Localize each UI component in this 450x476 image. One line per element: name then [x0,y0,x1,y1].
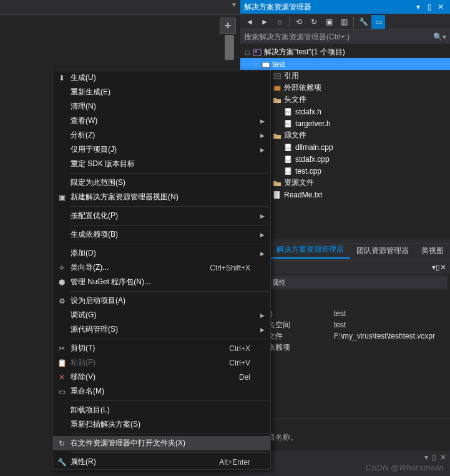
menu-nuget[interactable]: ⬢管理 NuGet 程序包(N)... [53,275,270,289]
menu-scope[interactable]: 限定为此范围(S) [53,176,270,190]
desc-body: 指定项目名称。 [245,432,445,443]
menu-rename[interactable]: ▭重命名(M) [53,384,270,399]
menu-rescan[interactable]: 重新扫描解决方案(S) [53,417,270,432]
sync-icon[interactable]: ⟲ [292,15,306,29]
menu-separator [71,434,269,434]
submenu-arrow-icon: ▶ [258,250,267,257]
properties-titlebar: 属性 ▾ ▯ ✕ [240,260,450,274]
file-node[interactable]: ++ dllmain.cpp [240,141,450,153]
menu-startup[interactable]: ⚙设为启动项目(A) [53,294,270,308]
menu-add[interactable]: 添加(D)▶ [53,246,270,260]
menu-project-only[interactable]: 仅用于项目(J)▶ [53,142,270,157]
solution-tree: ▢ 解决方案"test"(1 个项目) ▿ test ▸ 引用 ▸ 外部依赖项 … [240,44,450,203]
project-node[interactable]: ▿ test [240,58,450,70]
menu-view[interactable]: 查看(W)▶ [53,114,270,128]
solution-node[interactable]: ▢ 解决方案"test"(1 个项目) [240,46,450,58]
forward-icon[interactable]: ► [258,15,271,29]
folder-icon [272,131,282,140]
close-icon[interactable]: ✕ [435,2,446,11]
file-node[interactable]: h targetver.h [240,117,450,129]
editor-tab-well: ▼ [0,0,240,15]
submenu-arrow-icon: ▶ [258,147,267,153]
expander-icon[interactable]: ▿ [253,61,259,67]
menu-profile-opt[interactable]: 按配置优化(P)▶ [53,209,270,223]
external-icon [272,84,282,92]
file-node[interactable]: ++ test.cpp [240,165,450,177]
refresh-icon[interactable]: ↻ [307,15,321,29]
properties-icon[interactable]: 🔧 [356,15,370,29]
home-icon[interactable]: ⌂ [273,15,286,29]
menu-cut[interactable]: ✂剪切(T)Ctrl+X [53,341,270,355]
references-icon [272,72,282,81]
new-view-icon: ▣ [53,193,71,202]
menu-build[interactable]: ⬇生成(U) [53,71,270,85]
headers-node[interactable]: ▿ 头文件 [240,94,450,106]
property-row[interactable]: 项目文件 F:\my_virus\test\test\test.vcxpr [240,330,450,342]
menu-build-deps[interactable]: 生成依赖项(B)▶ [53,227,270,242]
tab-team-explorer[interactable]: 团队资源管理器 [350,243,415,259]
separator [289,17,290,27]
close-icon[interactable]: ✕ [440,263,446,272]
gear-icon: ⚙ [53,297,71,305]
project-context-menu: ⬇生成(U) 重新生成(E) 清理(N) 查看(W)▶ 分析(Z)▶ 仅用于项目… [52,70,271,470]
pin-icon[interactable]: ▯ [432,453,436,462]
menu-open-folder[interactable]: ↻在文件资源管理器中打开文件夹(X) [53,436,270,450]
watermark: CSDN @What'smean [366,463,444,472]
file-node[interactable]: ++ stdafx.cpp [240,153,450,165]
menu-separator [71,339,269,339]
h-file-icon: h [283,119,293,128]
menu-unload[interactable]: 卸载项目(L) [53,403,270,417]
pin-icon[interactable]: ▯ [436,263,440,272]
collapse-icon[interactable]: ▣ [322,15,336,29]
references-node[interactable]: ▸ 引用 [240,70,450,82]
menu-analyze[interactable]: 分析(Z)▶ [53,128,270,142]
file-node[interactable]: h stdafx.h [240,106,450,117]
property-value[interactable]: test [334,320,450,329]
tab-overflow-icon[interactable]: ▼ [231,1,237,8]
show-all-icon[interactable]: ▥ [337,15,351,29]
file-node[interactable]: ReadMe.txt [240,189,450,201]
search-dropdown-icon[interactable]: ▾ [443,32,446,41]
menu-clean[interactable]: 清理(N) [53,99,270,114]
expander-icon[interactable]: ▢ [244,49,250,56]
submenu-arrow-icon: ▶ [258,327,267,333]
resources-node[interactable]: 资源文件 [240,177,450,189]
sources-node[interactable]: ▿ 源文件 [240,129,450,141]
window-dropdown-icon[interactable]: ▾ [424,453,428,462]
window-dropdown-icon[interactable]: ▾ [413,2,424,11]
menu-properties[interactable]: 🔧属性(R)Alt+Enter [53,455,270,469]
solution-explorer-titlebar: 解决方案资源管理器 ▾ ▯ ✕ [240,0,450,14]
close-icon[interactable]: ✕ [440,453,446,462]
properties-toolbar: ▤ A↓ [240,290,450,304]
tab-class-view[interactable]: 类视图 [415,243,450,259]
menu-new-view[interactable]: ▣新建解决方案资源管理器视图(N) [53,190,270,204]
menu-retarget-sdk[interactable]: 重定 SDK 版本目标 [53,157,270,171]
svg-text:++: ++ [286,146,291,150]
property-row[interactable]: 根命名空间 test [240,319,450,330]
property-row[interactable]: 项目依赖项 [240,342,450,353]
submenu-arrow-icon: ▶ [258,232,267,238]
search-icon[interactable]: 🔍 [433,32,443,41]
back-icon[interactable]: ◄ [243,15,257,29]
tab-solution-explorer[interactable]: 解决方案资源管理器 [270,242,350,259]
search-box[interactable]: 搜索解决方案资源管理器(Ctrl+;) 🔍 ▾ [240,30,450,44]
menu-rebuild[interactable]: 重新生成(E) [53,85,270,99]
properties-object-combo[interactable]: test 项目属性 [243,275,448,289]
paste-icon: 📋 [53,359,71,367]
submenu-arrow-icon: ▶ [258,132,267,139]
preview-icon[interactable]: ▭ [371,15,385,29]
property-row[interactable]: (名称) test [240,308,450,319]
references-label: 引用 [284,71,299,81]
menu-class-wizard[interactable]: ✧类向导(Z)...Ctrl+Shift+X [53,260,270,275]
cut-icon: ✂ [53,344,71,353]
property-value[interactable]: F:\my_virus\test\test\test.vcxpr [334,332,450,340]
pin-icon[interactable]: ▯ [424,2,435,11]
split-grip-icon[interactable]: ✛ [220,17,236,34]
resources-label: 资源文件 [284,177,314,188]
scrollbar-thumb[interactable] [225,35,234,60]
menu-remove[interactable]: ✕移除(V)Del [53,370,270,384]
menu-debug[interactable]: 调试(G)▶ [53,308,270,322]
menu-scm[interactable]: 源代码管理(S)▶ [53,322,270,337]
property-value[interactable]: test [334,309,450,318]
external-deps-node[interactable]: ▸ 外部依赖项 [240,82,450,94]
